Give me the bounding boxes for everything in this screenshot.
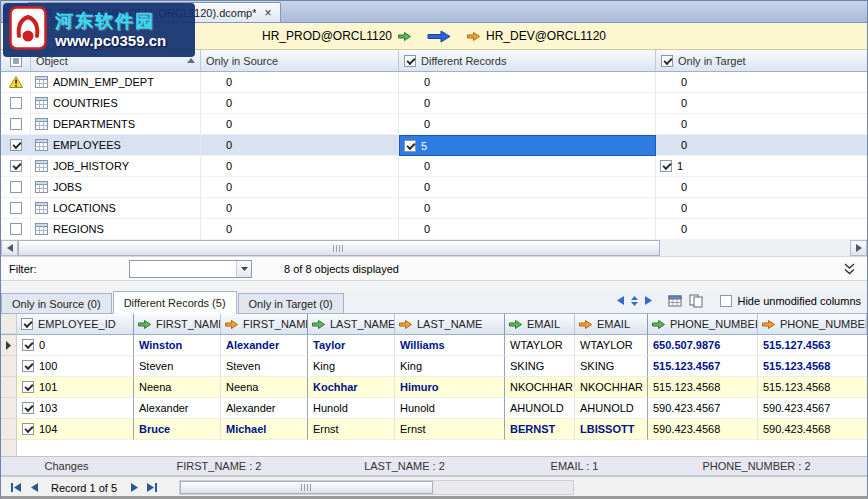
data-cell[interactable]: NKOCHHAR (505, 377, 575, 398)
data-cell[interactable]: 590.423.4568 (648, 419, 758, 440)
different-records-cell[interactable]: 5 (399, 135, 656, 156)
record-checkbox[interactable] (22, 423, 34, 435)
object-select-cell[interactable] (1, 177, 31, 198)
data-cell[interactable]: SKING (575, 356, 648, 377)
object-checkbox[interactable] (10, 181, 22, 193)
different-records-cell[interactable]: 0 (399, 93, 656, 114)
only-in-source-cell[interactable]: 0 (201, 72, 399, 93)
only-in-source-cell[interactable]: 0 (201, 93, 399, 114)
different-records-checkbox[interactable] (404, 55, 416, 67)
data-cell[interactable]: Hunold (395, 398, 505, 419)
object-checkbox[interactable] (10, 97, 22, 109)
only-in-target-cell[interactable]: 0 (656, 198, 867, 219)
hide-unmodified-toggle[interactable]: Hide unmodified columns (720, 295, 861, 307)
scroll-right-icon[interactable] (850, 240, 867, 256)
object-name-cell[interactable]: LOCATIONS (31, 198, 201, 219)
column-header-phone_number-source[interactable]: PHONE_NUMBER (648, 314, 758, 334)
data-cell[interactable]: Alexander (134, 398, 221, 419)
data-row[interactable]: 103AlexanderAlexanderHunoldHunoldAHUNOLD… (1, 398, 867, 419)
hscroll-thumb[interactable] (18, 240, 660, 256)
object-row[interactable]: LOCATIONS000 (1, 198, 867, 219)
hide-unmodified-checkbox[interactable] (720, 295, 732, 307)
row-selector-cell[interactable] (1, 356, 17, 377)
employee-id-cell[interactable]: 100 (17, 356, 134, 377)
data-cell[interactable]: 590.423.4568 (758, 419, 867, 440)
data-cell[interactable]: 515.123.4568 (758, 356, 867, 377)
data-cell[interactable]: Alexander (221, 335, 308, 356)
column-header-email-target[interactable]: EMAIL (575, 314, 648, 334)
collapse-chevrons-icon[interactable] (844, 263, 855, 275)
filter-input[interactable] (130, 262, 236, 276)
object-row[interactable]: ADMIN_EMP_DEPT000 (1, 72, 867, 93)
data-cell[interactable]: AHUNOLD (575, 398, 648, 419)
different-records-cell[interactable]: 0 (399, 156, 656, 177)
data-row[interactable]: 0WinstonAlexanderTaylorWilliamsWTAYLORWT… (1, 335, 867, 356)
grid-export-icon[interactable] (668, 294, 682, 308)
filter-combo[interactable] (129, 260, 252, 278)
data-row[interactable]: 100StevenStevenKingKingSKINGSKING515.123… (1, 356, 867, 377)
select-all-records-checkbox[interactable] (21, 318, 33, 330)
data-cell[interactable]: Kochhar (308, 377, 395, 398)
employee-id-cell[interactable]: 103 (17, 398, 134, 419)
only-in-target-row-checkbox[interactable] (660, 160, 672, 172)
result-tab-0[interactable]: Only in Source (0) (1, 293, 112, 313)
only-in-target-cell[interactable]: 0 (656, 135, 867, 156)
data-cell[interactable]: Alexander (221, 398, 308, 419)
row-selector-cell[interactable] (1, 377, 17, 398)
data-cell[interactable]: Neena (221, 377, 308, 398)
object-row[interactable]: COUNTRIES000 (1, 93, 867, 114)
object-name-cell[interactable]: JOB_HISTORY (31, 156, 201, 177)
column-header-last_name-source[interactable]: LAST_NAME (308, 314, 395, 334)
column-header-first_name-target[interactable]: FIRST_NAME (221, 314, 308, 334)
only-in-target-cell[interactable]: 0 (656, 114, 867, 135)
object-select-cell[interactable] (1, 93, 31, 114)
object-name-cell[interactable]: COUNTRIES (31, 93, 201, 114)
data-cell[interactable]: LBISSOTT (575, 419, 648, 440)
data-cell[interactable]: 590.423.4567 (648, 398, 758, 419)
data-cell[interactable]: Neena (134, 377, 221, 398)
close-icon[interactable]: × (264, 8, 271, 18)
next-difference-icon[interactable] (645, 296, 653, 305)
object-name-cell[interactable]: EMPLOYEES (31, 135, 201, 156)
first-record-icon[interactable] (7, 480, 25, 496)
data-row[interactable]: 104BruceMichaelErnstErnstBERNSTLBISSOTT5… (1, 419, 867, 440)
object-checkbox[interactable] (10, 223, 22, 235)
scroll-left-icon[interactable] (1, 240, 18, 256)
column-header-first_name-source[interactable]: FIRST_NAME (134, 314, 221, 334)
only-in-source-column-header[interactable]: Only in Source (201, 50, 399, 71)
data-cell[interactable]: AHUNOLD (505, 398, 575, 419)
next-record-icon[interactable] (125, 480, 143, 496)
record-checkbox[interactable] (22, 339, 34, 351)
data-cell[interactable]: Winston (134, 335, 221, 356)
data-cell[interactable]: Williams (395, 335, 505, 356)
object-checkbox[interactable] (10, 118, 22, 130)
data-cell[interactable]: 515.123.4567 (648, 356, 758, 377)
record-checkbox[interactable] (22, 381, 34, 393)
different-records-cell[interactable]: 0 (399, 114, 656, 135)
result-tab-1[interactable]: Different Records (5) (113, 291, 237, 314)
object-select-cell[interactable] (1, 219, 31, 240)
object-select-cell[interactable] (1, 156, 31, 177)
data-cell[interactable]: BERNST (505, 419, 575, 440)
different-records-cell[interactable]: 0 (399, 177, 656, 198)
row-selector-cell[interactable] (1, 419, 17, 440)
only-in-source-cell[interactable]: 0 (201, 135, 399, 156)
copy-icon[interactable] (689, 294, 703, 308)
employee-id-cell[interactable]: 101 (17, 377, 134, 398)
only-in-source-cell[interactable]: 0 (201, 156, 399, 177)
result-tab-2[interactable]: Only in Target (0) (238, 293, 344, 313)
object-name-cell[interactable]: DEPARTMENTS (31, 114, 201, 135)
object-row[interactable]: EMPLOYEES050 (1, 135, 867, 156)
object-name-cell[interactable]: REGIONS (31, 219, 201, 240)
different-records-cell[interactable]: 0 (399, 219, 656, 240)
data-cell[interactable]: SKING (505, 356, 575, 377)
object-row[interactable]: REGIONS000 (1, 219, 867, 240)
only-in-source-cell[interactable]: 0 (201, 114, 399, 135)
dropdown-arrow-icon[interactable] (236, 261, 251, 277)
record-checkbox[interactable] (22, 402, 34, 414)
prev-record-icon[interactable] (25, 480, 43, 496)
different-records-cell[interactable]: 0 (399, 72, 656, 93)
only-in-target-column-header[interactable]: Only in Target (656, 50, 867, 71)
object-checkbox[interactable] (10, 139, 22, 151)
updown-difference-icon[interactable] (631, 296, 638, 306)
